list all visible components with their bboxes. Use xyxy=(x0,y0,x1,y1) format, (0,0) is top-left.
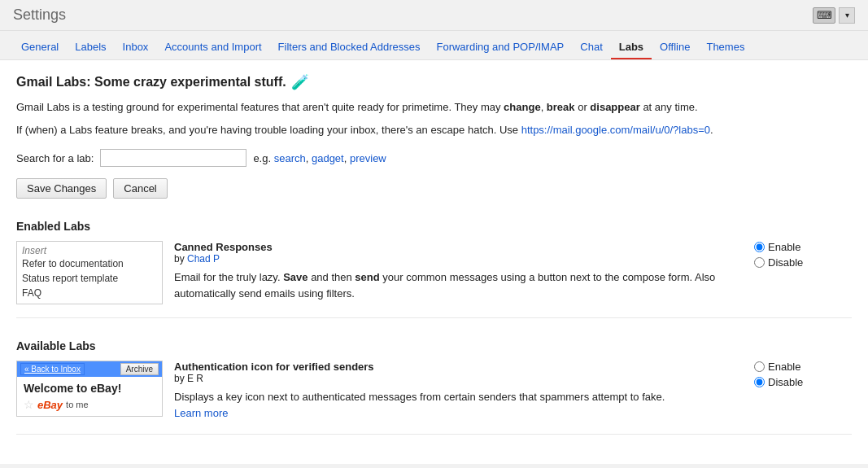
desc-or: or xyxy=(575,101,591,113)
auth-description: Displays a key icon next to authenticate… xyxy=(174,389,754,421)
escape-suffix: . xyxy=(710,124,713,136)
tab-labs[interactable]: Labs xyxy=(611,36,652,59)
tab-chat[interactable]: Chat xyxy=(572,36,610,59)
auth-enable-label[interactable]: Enable xyxy=(754,361,852,373)
archive-button[interactable]: Archive xyxy=(120,363,159,375)
main-content: Gmail Labs: Some crazy experimental stuf… xyxy=(0,60,868,464)
tab-forwarding[interactable]: Forwarding and POP/IMAP xyxy=(428,36,572,59)
auth-controls: Enable Disable xyxy=(754,361,852,388)
canned-menu-doc: Refer to documentation xyxy=(22,256,157,271)
tab-offline[interactable]: Offline xyxy=(652,36,698,59)
star-icon[interactable]: ☆ xyxy=(24,398,34,411)
tab-themes[interactable]: Themes xyxy=(698,36,752,59)
ebay-body: Welcome to eBay! ☆ eBay to me xyxy=(17,377,162,416)
cancel-button[interactable]: Cancel xyxy=(113,178,167,199)
canned-controls: Enable Disable xyxy=(754,241,852,269)
top-bar: Settings ⌨ ▾ xyxy=(0,0,868,31)
search-hint: e.g. search, gadget, preview xyxy=(253,152,386,164)
escape-text: If (when) a Labs feature breaks, and you… xyxy=(16,122,852,138)
escape-link[interactable]: https://mail.google.com/mail/u/0/?labs=0 xyxy=(521,124,710,136)
search-label: Search for a lab: xyxy=(16,152,94,164)
auth-preview-box: « Back to Inbox Archive Welcome to eBay!… xyxy=(16,361,163,417)
page-title: Settings xyxy=(13,7,66,24)
desc-change: change xyxy=(504,101,541,113)
canned-preview-insert: Insert xyxy=(22,245,157,256)
auth-desc: Authentication icon for verified senders… xyxy=(174,361,754,421)
canned-desc: Canned Responses by Chad P Email for the… xyxy=(174,241,754,301)
desc-prefix: Gmail Labs is a testing ground for exper… xyxy=(16,101,500,113)
desc-end: at any time. xyxy=(640,101,698,113)
available-labs-header: Available Labs xyxy=(16,335,852,352)
canned-author-link[interactable]: Chad P xyxy=(187,253,220,265)
auth-author: by E R xyxy=(174,373,754,384)
canned-author: by Chad P xyxy=(174,253,754,265)
enabled-labs-header: Enabled Labs xyxy=(16,215,852,233)
search-hint-gadget[interactable]: gadget xyxy=(312,152,344,164)
auth-disable-label[interactable]: Disable xyxy=(754,376,852,388)
dropdown-arrow-icon[interactable]: ▾ xyxy=(839,7,855,24)
search-input[interactable] xyxy=(100,149,246,167)
canned-disable-radio[interactable] xyxy=(754,257,765,268)
auth-disable-radio[interactable] xyxy=(754,377,765,387)
lab-item-canned-responses: Insert Refer to documentation Status rep… xyxy=(16,241,852,318)
search-hint-preview[interactable]: preview xyxy=(350,152,386,164)
lab-search-row: Search for a lab: e.g. search, gadget, p… xyxy=(16,149,852,167)
search-hint-search[interactable]: search xyxy=(274,152,306,164)
keyboard-icon[interactable]: ⌨ xyxy=(813,7,835,24)
flask-icon: 🧪 xyxy=(291,73,309,91)
desc-break: break xyxy=(547,101,575,113)
tab-general[interactable]: General xyxy=(13,36,67,59)
canned-description: Email for the truly lazy. Save and then … xyxy=(174,269,754,301)
canned-enable-radio[interactable] xyxy=(754,242,765,252)
tab-inbox[interactable]: Inbox xyxy=(115,36,157,59)
save-changes-button[interactable]: Save Changes xyxy=(16,178,107,199)
canned-enable-label[interactable]: Enable xyxy=(754,241,852,253)
ebay-welcome-title: Welcome to eBay! xyxy=(24,382,155,395)
auth-learn-more-link[interactable]: Learn more xyxy=(174,407,228,419)
canned-name: Canned Responses xyxy=(174,241,754,253)
ebay-from-row: ☆ eBay to me xyxy=(24,398,155,411)
canned-menu-status: Status report template xyxy=(22,271,157,286)
lab-item-auth-icon: « Back to Inbox Archive Welcome to eBay!… xyxy=(16,361,852,435)
action-buttons: Save Changes Cancel xyxy=(16,178,852,199)
ebay-to-me: to me xyxy=(66,400,89,409)
nav-tabs: General Labels Inbox Accounts and Import… xyxy=(0,31,868,60)
ebay-top-bar: « Back to Inbox Archive xyxy=(17,361,162,377)
escape-prefix: If (when) a Labs feature breaks, and you… xyxy=(16,124,521,136)
canned-menu-faq: FAQ xyxy=(22,286,157,300)
tab-accounts[interactable]: Accounts and Import xyxy=(156,36,269,59)
labs-page-title: Gmail Labs: Some crazy experimental stuf… xyxy=(16,73,852,91)
canned-enable-text: Enable xyxy=(768,241,800,253)
canned-preview-box: Insert Refer to documentation Status rep… xyxy=(16,241,163,304)
canned-disable-label[interactable]: Disable xyxy=(754,256,852,269)
ebay-logo: eBay xyxy=(37,399,63,411)
desc-comma1: , xyxy=(541,101,547,113)
desc-disappear: disappear xyxy=(590,101,639,113)
canned-disable-text: Disable xyxy=(768,256,803,269)
auth-enable-radio[interactable] xyxy=(754,361,765,372)
auth-name: Authentication icon for verified senders xyxy=(174,361,754,373)
top-right-controls: ⌨ ▾ xyxy=(813,7,855,24)
tab-filters[interactable]: Filters and Blocked Addresses xyxy=(270,36,429,59)
back-to-inbox-button[interactable]: « Back to Inbox xyxy=(20,363,85,375)
labs-title-text: Gmail Labs: Some crazy experimental stuf… xyxy=(16,75,286,90)
labs-description: Gmail Labs is a testing ground for exper… xyxy=(16,99,852,116)
tab-labels[interactable]: Labels xyxy=(67,36,114,59)
auth-enable-text: Enable xyxy=(768,361,800,373)
auth-disable-text: Disable xyxy=(768,376,803,388)
